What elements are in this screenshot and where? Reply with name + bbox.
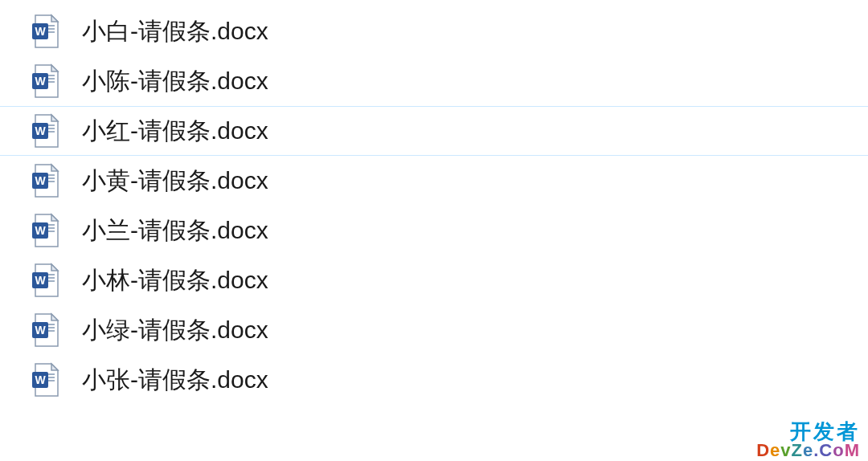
word-doc-icon: W (31, 63, 59, 99)
file-item[interactable]: W 小陈-请假条.docx (0, 56, 868, 106)
file-name: 小白-请假条.docx (82, 15, 268, 48)
file-item[interactable]: W 小白-请假条.docx (0, 6, 868, 56)
file-list: W 小白-请假条.docx W 小陈-请假条.docx W 小红-请假条.doc… (0, 0, 868, 405)
file-item[interactable]: W 小红-请假条.docx (0, 106, 868, 156)
watermark: 开发者 DevZe.CoM (756, 421, 860, 459)
word-doc-icon: W (31, 113, 59, 149)
svg-text:W: W (35, 75, 46, 88)
word-doc-icon: W (31, 362, 59, 398)
svg-text:W: W (35, 274, 46, 287)
file-name: 小林-请假条.docx (82, 264, 268, 297)
file-item[interactable]: W 小兰-请假条.docx (0, 206, 868, 255)
watermark-line1: 开发者 (756, 421, 860, 442)
file-name: 小绿-请假条.docx (82, 314, 268, 347)
word-doc-icon: W (31, 14, 59, 49)
svg-text:W: W (35, 124, 46, 137)
file-item[interactable]: W 小张-请假条.docx (0, 355, 868, 405)
word-doc-icon: W (31, 163, 59, 198)
word-doc-icon: W (31, 213, 59, 248)
file-item[interactable]: W 小绿-请假条.docx (0, 305, 868, 355)
file-name: 小兰-请假条.docx (82, 214, 268, 247)
file-name: 小黄-请假条.docx (82, 165, 268, 198)
watermark-line2: DevZe.CoM (756, 442, 860, 459)
word-doc-icon: W (31, 263, 59, 298)
svg-text:W: W (35, 224, 46, 237)
file-item[interactable]: W 小黄-请假条.docx (0, 156, 868, 206)
svg-text:W: W (35, 324, 46, 337)
file-name: 小陈-请假条.docx (82, 65, 268, 98)
file-name: 小张-请假条.docx (82, 364, 268, 397)
file-name: 小红-请假条.docx (82, 115, 268, 148)
file-item[interactable]: W 小林-请假条.docx (0, 255, 868, 305)
svg-text:W: W (35, 174, 46, 187)
word-doc-icon: W (31, 312, 59, 348)
svg-text:W: W (35, 373, 46, 386)
svg-text:W: W (35, 25, 46, 38)
